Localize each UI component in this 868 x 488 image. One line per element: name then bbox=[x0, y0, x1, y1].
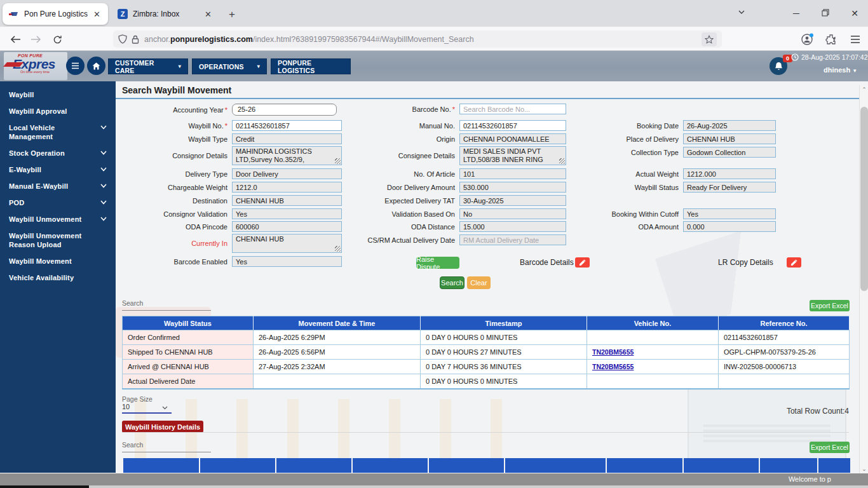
scroll-up-icon[interactable]: ⌃ bbox=[860, 86, 868, 93]
reload-button[interactable] bbox=[50, 32, 65, 47]
field-no-of-article: No. Of Article bbox=[349, 168, 566, 179]
consignor-validation-input bbox=[232, 208, 342, 219]
hamburger-icon bbox=[850, 35, 860, 44]
col-movement-datetime[interactable]: Movement Date & Time bbox=[254, 316, 421, 330]
col-vehicle-no[interactable]: Vehicle No. bbox=[587, 316, 719, 330]
delivery-type-input bbox=[232, 168, 342, 179]
tab-close-icon[interactable]: ✕ bbox=[203, 10, 213, 19]
nav-operations[interactable]: OPERATIONS▾ bbox=[192, 58, 267, 74]
accounting-year-select[interactable]: 25-26 bbox=[232, 104, 337, 116]
waybill-history-details-button[interactable]: Waybill History Details bbox=[122, 421, 203, 433]
window-restore-button[interactable] bbox=[816, 5, 835, 22]
export-excel-button[interactable]: Export Excel bbox=[810, 300, 850, 311]
table-filter-input[interactable] bbox=[122, 300, 211, 311]
raise-dispute-button[interactable]: Raise Dispute bbox=[416, 257, 459, 269]
field-booking-date: Booking Date bbox=[573, 120, 776, 131]
sidebar-item-e-waybill[interactable]: E-Waybill bbox=[0, 161, 116, 178]
sidebar-item-stock-operation[interactable]: Stock Operation bbox=[0, 145, 116, 161]
scroll-down-icon[interactable]: ⌄ bbox=[860, 466, 868, 472]
field-waybill-type: Waybill Type bbox=[122, 133, 342, 144]
ponpure-favicon-icon bbox=[9, 9, 19, 19]
window-close-button[interactable]: ✕ bbox=[845, 5, 864, 22]
field-consignor-validation: Consignor Validation bbox=[122, 208, 342, 219]
chevron-down-icon bbox=[100, 151, 107, 155]
waybill-no-input[interactable] bbox=[232, 120, 342, 131]
sidebar-item-local-vehicle-management[interactable]: Local Vehicle Management bbox=[0, 119, 116, 145]
consignee-details-textarea[interactable]: MEDI SALES INDIA PVT LTD,508/3B INNER RI… bbox=[459, 146, 566, 165]
consignor-details-textarea[interactable]: MAHINDRA LOGISTICS LTD,Survey No.352/9, … bbox=[232, 146, 342, 165]
barcode-no-input[interactable] bbox=[459, 104, 566, 114]
chevron-down-icon bbox=[100, 184, 107, 188]
sidebar-item-waybill-unmovement-reason-upload[interactable]: Waybill Unmovement Reason Upload bbox=[0, 227, 108, 253]
sidebar-item-pod[interactable]: POD bbox=[0, 194, 116, 211]
lr-copy-details-label: LR Copy Details bbox=[718, 258, 773, 267]
scrollbar-thumb[interactable] bbox=[860, 107, 868, 291]
extensions-button[interactable] bbox=[824, 32, 839, 47]
cell-reference bbox=[719, 374, 850, 389]
cell-status: Arrived @ CHENNAI HUB bbox=[123, 360, 254, 374]
url-bar[interactable]: anchor.ponpurelogistics.com/index.html?6… bbox=[113, 30, 722, 48]
resize-grip-icon[interactable] bbox=[335, 246, 341, 252]
col-reference-no[interactable]: Reference No. bbox=[719, 316, 850, 330]
app-logo[interactable]: PON PURE Expres On time every time bbox=[4, 52, 67, 80]
place-of-delivery-input bbox=[683, 133, 776, 144]
csrm-actual-delivery-date-input[interactable] bbox=[459, 234, 566, 245]
history-table bbox=[122, 458, 851, 473]
window-minimize-button[interactable]: ─ bbox=[787, 5, 806, 22]
collection-type-input bbox=[683, 147, 776, 158]
nav-customer-care[interactable]: CUSTOMER CARE▾ bbox=[108, 58, 188, 74]
sidebar-item-waybill-unmovement[interactable]: Waybill Unmovement bbox=[0, 211, 116, 227]
bookmark-star-button[interactable] bbox=[702, 32, 717, 46]
no-of-article-input bbox=[459, 168, 566, 179]
chevron-down-icon: ▾ bbox=[170, 64, 181, 69]
sidebar-item-waybill-movement[interactable]: Waybill Movement bbox=[0, 253, 116, 269]
sidebar-toggle-button[interactable] bbox=[66, 57, 85, 75]
nav-ponpure-logistics[interactable]: PONPURE LOGISTICS bbox=[271, 58, 351, 74]
oda-distance-input bbox=[459, 221, 566, 232]
notifications-button[interactable]: 0 bbox=[770, 57, 787, 75]
user-menu[interactable]: dhinesh ▼ bbox=[824, 66, 857, 74]
home-button[interactable] bbox=[87, 57, 105, 75]
vehicle-link[interactable]: TN20BM5655 bbox=[592, 363, 634, 370]
cell-datetime: 26-Aug-2025 6:29PM bbox=[254, 330, 421, 345]
lr-copy-details-edit-button[interactable] bbox=[787, 257, 801, 268]
oda-amount-input bbox=[683, 221, 776, 232]
table-header-row: Waybill Status Movement Date & Time Time… bbox=[123, 316, 850, 330]
vertical-scrollbar[interactable]: ⌃ ⌄ bbox=[859, 85, 868, 473]
actual-weight-input bbox=[683, 168, 776, 179]
field-expected-delivery-tat: Expected Delivery TAT bbox=[349, 195, 566, 206]
sidebar-item-waybill[interactable]: Waybill bbox=[0, 86, 116, 103]
shield-icon bbox=[118, 34, 127, 44]
page-size-select[interactable]: 10 bbox=[122, 403, 172, 414]
tab-close-icon[interactable]: ✕ bbox=[92, 10, 102, 19]
col-waybill-status[interactable]: Waybill Status bbox=[123, 316, 254, 330]
resize-grip-icon[interactable] bbox=[559, 158, 565, 164]
forward-button[interactable] bbox=[28, 32, 43, 47]
reload-icon bbox=[53, 35, 62, 44]
menu-button[interactable] bbox=[848, 32, 863, 47]
history-col bbox=[353, 458, 428, 473]
tab-zimbra-inbox[interactable]: Z Zimbra: Inbox ✕ bbox=[111, 3, 219, 25]
sidebar-item-waybill-approval[interactable]: Waybill Approval bbox=[0, 103, 116, 119]
cell-duration: 0 DAY 7 HOURS 36 MINUTES bbox=[421, 360, 587, 374]
manual-no-input[interactable] bbox=[459, 120, 566, 131]
search-button[interactable]: Search bbox=[440, 276, 465, 289]
col-timestamp[interactable]: Timestamp bbox=[421, 316, 587, 330]
cell-status: Order Confirmed bbox=[123, 330, 254, 345]
clear-button[interactable]: Clear bbox=[467, 276, 491, 289]
new-tab-button[interactable]: + bbox=[224, 6, 240, 23]
back-button[interactable] bbox=[8, 32, 23, 47]
history-filter-input[interactable] bbox=[122, 442, 211, 452]
resize-grip-icon[interactable] bbox=[335, 158, 341, 164]
sidebar-item-vehicle-availability[interactable]: Vehicle Availability bbox=[0, 269, 116, 286]
tab-pon-pure-logistics[interactable]: Pon Pure Logistics ✕ bbox=[3, 3, 108, 25]
tab-list-chevron-icon[interactable] bbox=[737, 8, 746, 17]
vehicle-link[interactable]: TN20BM5655 bbox=[592, 348, 634, 356]
account-button[interactable] bbox=[799, 32, 815, 47]
sidebar-item-manual-e-waybill[interactable]: Manual E-Waybill bbox=[0, 178, 116, 194]
tab-title: Zimbra: Inbox bbox=[133, 10, 179, 18]
field-delivery-type: Delivery Type bbox=[122, 168, 342, 179]
export-excel-button[interactable]: Export Excel bbox=[810, 442, 850, 453]
currently-in-textarea[interactable]: CHENNAI HUB bbox=[232, 234, 342, 253]
barcode-details-edit-button[interactable] bbox=[575, 257, 590, 268]
